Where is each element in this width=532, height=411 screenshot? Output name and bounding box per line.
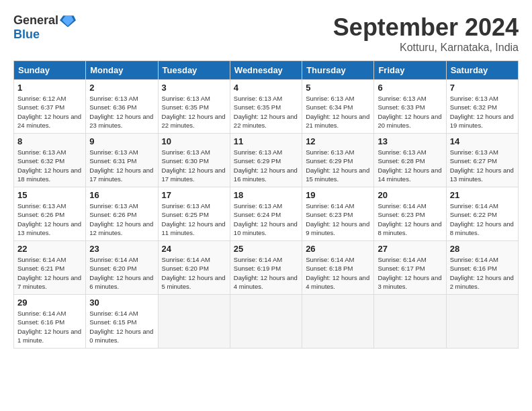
day-info: Sunrise: 6:14 AMSunset: 6:20 PMDaylight:… <box>89 255 154 291</box>
day-info: Sunrise: 6:13 AMSunset: 6:32 PMDaylight:… <box>17 148 82 183</box>
table-row: 15Sunrise: 6:13 AMSunset: 6:26 PMDayligh… <box>14 187 86 241</box>
day-number: 21 <box>450 190 515 200</box>
day-number: 22 <box>17 244 82 254</box>
month-title: September 2024 <box>333 13 519 42</box>
table-row: 22Sunrise: 6:14 AMSunset: 6:21 PMDayligh… <box>14 241 86 295</box>
day-number: 3 <box>162 83 226 93</box>
day-number: 6 <box>378 83 442 93</box>
day-number: 23 <box>89 244 154 254</box>
table-row: 13Sunrise: 6:13 AMSunset: 6:28 PMDayligh… <box>374 134 446 187</box>
day-number: 2 <box>89 83 154 93</box>
day-info: Sunrise: 6:13 AMSunset: 6:25 PMDaylight:… <box>162 201 226 237</box>
logo-blue: Blue <box>13 28 40 42</box>
table-row: 28Sunrise: 6:14 AMSunset: 6:16 PMDayligh… <box>446 241 518 295</box>
day-info: Sunrise: 6:14 AMSunset: 6:18 PMDaylight:… <box>306 255 370 291</box>
logo-icon <box>60 14 76 28</box>
day-number: 5 <box>306 83 370 93</box>
calendar-week-1: 1Sunrise: 6:12 AMSunset: 6:37 PMDaylight… <box>14 80 519 134</box>
day-number: 27 <box>378 244 442 254</box>
day-info: Sunrise: 6:13 AMSunset: 6:30 PMDaylight:… <box>162 148 226 183</box>
day-info: Sunrise: 6:13 AMSunset: 6:29 PMDaylight:… <box>234 148 298 183</box>
day-number: 30 <box>89 298 154 308</box>
day-number: 20 <box>378 190 442 200</box>
day-info: Sunrise: 6:13 AMSunset: 6:27 PMDaylight:… <box>450 148 515 183</box>
location: Kotturu, Karnataka, India <box>333 42 519 54</box>
table-row: 18Sunrise: 6:13 AMSunset: 6:24 PMDayligh… <box>230 187 302 241</box>
day-info: Sunrise: 6:13 AMSunset: 6:34 PMDaylight:… <box>306 94 370 130</box>
table-row <box>446 295 518 349</box>
day-info: Sunrise: 6:13 AMSunset: 6:31 PMDaylight:… <box>89 148 154 183</box>
table-row: 6Sunrise: 6:13 AMSunset: 6:33 PMDaylight… <box>374 80 446 134</box>
day-info: Sunrise: 6:14 AMSunset: 6:16 PMDaylight:… <box>17 309 82 345</box>
table-row: 21Sunrise: 6:14 AMSunset: 6:22 PMDayligh… <box>446 187 518 241</box>
table-row: 7Sunrise: 6:13 AMSunset: 6:32 PMDaylight… <box>446 80 518 134</box>
day-number: 7 <box>450 83 515 93</box>
day-number: 26 <box>306 244 370 254</box>
table-row: 24Sunrise: 6:14 AMSunset: 6:20 PMDayligh… <box>158 241 230 295</box>
day-number: 14 <box>450 136 515 146</box>
day-number: 18 <box>234 190 298 200</box>
day-info: Sunrise: 6:14 AMSunset: 6:23 PMDaylight:… <box>378 201 442 237</box>
table-row: 14Sunrise: 6:13 AMSunset: 6:27 PMDayligh… <box>446 134 518 187</box>
day-info: Sunrise: 6:14 AMSunset: 6:23 PMDaylight:… <box>306 201 370 237</box>
day-info: Sunrise: 6:13 AMSunset: 6:29 PMDaylight:… <box>306 148 370 183</box>
day-number: 12 <box>306 136 370 146</box>
table-row: 23Sunrise: 6:14 AMSunset: 6:20 PMDayligh… <box>86 241 158 295</box>
day-number: 4 <box>234 83 298 93</box>
table-row: 20Sunrise: 6:14 AMSunset: 6:23 PMDayligh… <box>374 187 446 241</box>
col-saturday: Saturday <box>446 61 518 80</box>
table-row: 26Sunrise: 6:14 AMSunset: 6:18 PMDayligh… <box>302 241 374 295</box>
day-info: Sunrise: 6:14 AMSunset: 6:22 PMDaylight:… <box>450 201 515 237</box>
table-row: 11Sunrise: 6:13 AMSunset: 6:29 PMDayligh… <box>230 134 302 187</box>
day-number: 1 <box>17 83 82 93</box>
page: General Blue September 2024 Kotturu, Kar… <box>0 0 532 355</box>
col-tuesday: Tuesday <box>158 61 230 80</box>
day-number: 13 <box>378 136 442 146</box>
col-friday: Friday <box>374 61 446 80</box>
day-info: Sunrise: 6:13 AMSunset: 6:26 PMDaylight:… <box>89 201 154 237</box>
logo-general: General <box>13 13 58 28</box>
day-number: 9 <box>89 136 154 146</box>
day-number: 10 <box>162 136 226 146</box>
day-info: Sunrise: 6:14 AMSunset: 6:19 PMDaylight:… <box>234 255 298 291</box>
day-number: 11 <box>234 136 298 146</box>
day-info: Sunrise: 6:13 AMSunset: 6:33 PMDaylight:… <box>378 94 442 130</box>
day-info: Sunrise: 6:13 AMSunset: 6:26 PMDaylight:… <box>17 201 82 237</box>
calendar-week-5: 29Sunrise: 6:14 AMSunset: 6:16 PMDayligh… <box>14 295 519 349</box>
day-info: Sunrise: 6:13 AMSunset: 6:36 PMDaylight:… <box>89 94 154 130</box>
day-number: 28 <box>450 244 515 254</box>
col-sunday: Sunday <box>14 61 86 80</box>
table-row: 17Sunrise: 6:13 AMSunset: 6:25 PMDayligh… <box>158 187 230 241</box>
calendar: Sunday Monday Tuesday Wednesday Thursday… <box>13 60 519 349</box>
day-info: Sunrise: 6:14 AMSunset: 6:15 PMDaylight:… <box>89 309 154 345</box>
table-row: 10Sunrise: 6:13 AMSunset: 6:30 PMDayligh… <box>158 134 230 187</box>
table-row: 30Sunrise: 6:14 AMSunset: 6:15 PMDayligh… <box>86 295 158 349</box>
table-row: 9Sunrise: 6:13 AMSunset: 6:31 PMDaylight… <box>86 134 158 187</box>
day-number: 19 <box>306 190 370 200</box>
calendar-week-4: 22Sunrise: 6:14 AMSunset: 6:21 PMDayligh… <box>14 241 519 295</box>
day-number: 8 <box>17 136 82 146</box>
title-block: September 2024 Kotturu, Karnataka, India <box>333 13 519 54</box>
table-row: 1Sunrise: 6:12 AMSunset: 6:37 PMDaylight… <box>14 80 86 134</box>
day-info: Sunrise: 6:13 AMSunset: 6:35 PMDaylight:… <box>162 94 226 130</box>
day-info: Sunrise: 6:13 AMSunset: 6:24 PMDaylight:… <box>234 201 298 237</box>
calendar-week-3: 15Sunrise: 6:13 AMSunset: 6:26 PMDayligh… <box>14 187 519 241</box>
table-row <box>230 295 302 349</box>
day-info: Sunrise: 6:14 AMSunset: 6:21 PMDaylight:… <box>17 255 82 291</box>
day-info: Sunrise: 6:14 AMSunset: 6:17 PMDaylight:… <box>378 255 442 291</box>
table-row: 19Sunrise: 6:14 AMSunset: 6:23 PMDayligh… <box>302 187 374 241</box>
day-info: Sunrise: 6:14 AMSunset: 6:20 PMDaylight:… <box>162 255 226 291</box>
day-number: 15 <box>17 190 82 200</box>
day-info: Sunrise: 6:13 AMSunset: 6:28 PMDaylight:… <box>378 148 442 183</box>
table-row: 12Sunrise: 6:13 AMSunset: 6:29 PMDayligh… <box>302 134 374 187</box>
day-number: 25 <box>234 244 298 254</box>
day-number: 17 <box>162 190 226 200</box>
calendar-header-row: Sunday Monday Tuesday Wednesday Thursday… <box>14 61 519 80</box>
table-row: 2Sunrise: 6:13 AMSunset: 6:36 PMDaylight… <box>86 80 158 134</box>
calendar-week-2: 8Sunrise: 6:13 AMSunset: 6:32 PMDaylight… <box>14 134 519 187</box>
day-number: 16 <box>89 190 154 200</box>
day-info: Sunrise: 6:13 AMSunset: 6:32 PMDaylight:… <box>450 94 515 130</box>
col-monday: Monday <box>86 61 158 80</box>
logo-text: General <box>13 13 76 28</box>
day-info: Sunrise: 6:13 AMSunset: 6:35 PMDaylight:… <box>234 94 298 130</box>
